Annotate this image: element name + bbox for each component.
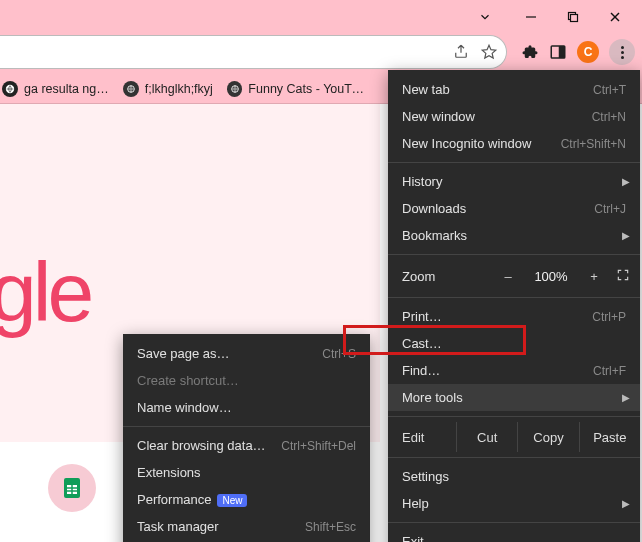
menu-item-cast[interactable]: Cast… — [388, 330, 640, 357]
browser-toolbar: C — [0, 34, 642, 74]
tab-dropdown-chevron[interactable] — [468, 2, 502, 32]
submenu-item-create-shortcut[interactable]: Create shortcut… — [123, 367, 370, 394]
main-menu: New tab Ctrl+T New window Ctrl+N New Inc… — [388, 70, 640, 542]
menu-edit-row: Edit Cut Copy Paste — [388, 422, 640, 452]
fullscreen-icon[interactable] — [616, 268, 630, 285]
submenu-item-performance[interactable]: PerformanceNew — [123, 486, 370, 513]
menu-separator — [123, 426, 370, 427]
favicon-icon — [123, 81, 139, 97]
main-menu-button[interactable] — [609, 39, 635, 65]
menu-separator — [388, 162, 640, 163]
extensions-puzzle-icon[interactable] — [521, 43, 539, 61]
bookmark-item[interactable]: ga resulta ng… — [2, 81, 109, 97]
zoom-in-button[interactable]: + — [582, 269, 606, 284]
zoom-out-button[interactable]: – — [496, 269, 520, 284]
menu-item-find[interactable]: Find… Ctrl+F — [388, 357, 640, 384]
share-icon[interactable] — [452, 43, 470, 61]
submenu-item-extensions[interactable]: Extensions — [123, 459, 370, 486]
submenu-item-save-page[interactable]: Save page as… Ctrl+S — [123, 340, 370, 367]
zoom-label: Zoom — [402, 269, 486, 284]
menu-item-bookmarks[interactable]: Bookmarks ▶ — [388, 222, 640, 249]
menu-item-downloads[interactable]: Downloads Ctrl+J — [388, 195, 640, 222]
chevron-right-icon: ▶ — [622, 176, 630, 187]
menu-separator — [388, 254, 640, 255]
window-titlebar — [0, 0, 642, 34]
chevron-right-icon: ▶ — [622, 230, 630, 241]
bookmark-item[interactable]: f;lkhglkh;fkyj — [123, 81, 213, 97]
menu-item-history[interactable]: History ▶ — [388, 168, 640, 195]
zoom-percent: 100% — [530, 269, 572, 284]
window-close-button[interactable] — [594, 2, 636, 32]
more-tools-submenu: Save page as… Ctrl+S Create shortcut… Na… — [123, 334, 370, 542]
menu-separator — [388, 297, 640, 298]
svg-rect-6 — [559, 46, 565, 58]
bookmark-label: f;lkhglkh;fkyj — [145, 82, 213, 96]
menu-item-help[interactable]: Help ▶ — [388, 490, 640, 517]
menu-item-new-incognito[interactable]: New Incognito window Ctrl+Shift+N — [388, 130, 640, 157]
menu-item-new-tab[interactable]: New tab Ctrl+T — [388, 76, 640, 103]
favicon-icon — [227, 81, 242, 97]
menu-item-exit[interactable]: Exit — [388, 528, 640, 542]
bookmark-label: Funny Cats - YouTu… — [248, 82, 367, 96]
menu-item-new-window[interactable]: New window Ctrl+N — [388, 103, 640, 130]
side-panel-icon[interactable] — [549, 43, 567, 61]
sheets-shortcut-chip[interactable] — [48, 464, 96, 512]
edit-copy-button[interactable]: Copy — [517, 422, 578, 452]
window-minimize-button[interactable] — [510, 2, 552, 32]
profile-avatar[interactable]: C — [577, 41, 599, 63]
google-logo-fragment: gle — [0, 244, 90, 341]
svg-rect-2 — [571, 15, 578, 22]
menu-zoom-row: Zoom – 100% + — [388, 260, 640, 292]
menu-separator — [388, 522, 640, 523]
menu-item-settings[interactable]: Settings — [388, 463, 640, 490]
bookmark-star-icon[interactable] — [480, 43, 498, 61]
submenu-item-task-manager[interactable]: Task manager Shift+Esc — [123, 513, 370, 540]
window-maximize-button[interactable] — [552, 2, 594, 32]
chevron-right-icon: ▶ — [622, 392, 630, 403]
submenu-item-name-window[interactable]: Name window… — [123, 394, 370, 421]
menu-separator — [388, 416, 640, 417]
bookmark-item[interactable]: Funny Cats - YouTu… — [227, 81, 367, 97]
menu-separator — [388, 457, 640, 458]
chevron-right-icon: ▶ — [622, 498, 630, 509]
new-badge: New — [217, 494, 247, 507]
menu-item-more-tools[interactable]: More tools ▶ — [388, 384, 640, 411]
bookmark-label: ga resulta ng… — [24, 82, 109, 96]
favicon-icon — [2, 81, 18, 97]
omnibox[interactable] — [0, 35, 507, 69]
submenu-item-clear-browsing[interactable]: Clear browsing data… Ctrl+Shift+Del — [123, 432, 370, 459]
edit-label: Edit — [388, 422, 456, 452]
menu-item-print[interactable]: Print… Ctrl+P — [388, 303, 640, 330]
edit-cut-button[interactable]: Cut — [456, 422, 517, 452]
edit-paste-button[interactable]: Paste — [579, 422, 640, 452]
